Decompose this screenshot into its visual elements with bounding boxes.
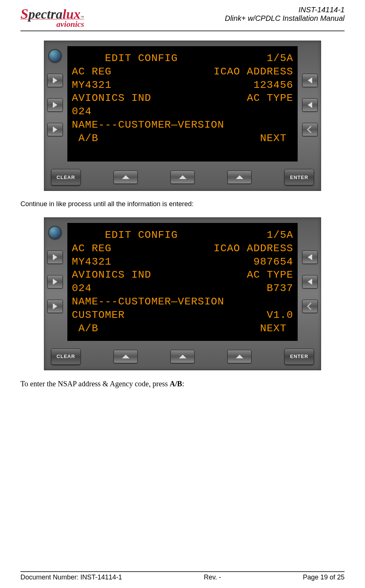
arrow-right-icon: [53, 102, 57, 108]
screen-title-right: 1/5A: [267, 229, 293, 242]
lsk-l1[interactable]: [47, 74, 63, 87]
arrow-right-icon: [53, 279, 57, 285]
screen-l5: NAME---CUSTOMER—VERSION: [72, 118, 293, 132]
screen-l3-left: AVIONICS IND: [72, 92, 151, 105]
arrow-right-icon: [53, 127, 57, 132]
screen-l7-right: NEXT: [260, 322, 293, 335]
text2-pre: To enter the NSAP address & Agency code,…: [20, 380, 170, 388]
logo: Spectralux™ avionics: [20, 6, 84, 29]
arrow-right-icon: [53, 77, 57, 83]
screen-l7-right: NEXT: [260, 132, 293, 145]
screen-l4-right: B737: [267, 282, 293, 295]
screen-l7-left: A/B: [72, 322, 98, 335]
lsk-r2[interactable]: [302, 275, 318, 288]
lsk-r3[interactable]: [302, 123, 318, 136]
header-right: INST-14114-1 Dlink+ w/CPDLC Installation…: [225, 6, 345, 23]
enter-button[interactable]: ENTER: [284, 169, 314, 185]
cdu-screen-1: EDIT CONFIG1/5A AC REGICAO ADDRESS MY432…: [67, 46, 298, 162]
screen-l1-right: ICAO ADDRESS: [214, 242, 293, 255]
lsk-r1[interactable]: [302, 74, 318, 87]
logo-avionics: avionics: [20, 19, 84, 29]
chevron-left-icon: [307, 303, 314, 310]
screen-l1-left: AC REG: [72, 242, 112, 255]
left-side-buttons: [44, 221, 66, 345]
doc-title: Dlink+ w/CPDLC Installation Manual: [225, 14, 345, 23]
lsk-l1[interactable]: [47, 250, 63, 264]
arrow-left-icon: [308, 279, 312, 285]
up-button-2[interactable]: [170, 170, 195, 184]
screen-l4-left: 024: [72, 105, 92, 118]
arrow-up-icon: [179, 175, 186, 179]
screen-title-left: EDIT CONFIG: [72, 229, 178, 242]
screen-title-right: 1/5A: [267, 52, 293, 65]
up-button-2[interactable]: [170, 350, 195, 363]
right-side-buttons: [299, 221, 321, 345]
chevron-left-icon: [307, 126, 314, 133]
arrow-up-icon: [122, 355, 129, 358]
screen-l2-left: MY4321: [72, 79, 112, 92]
bottom-buttons: CLEAR ENTER: [44, 166, 321, 191]
clear-button[interactable]: CLEAR: [51, 348, 81, 365]
doc-id: INST-14114-1: [225, 6, 345, 14]
body-text-2: To enter the NSAP address & Agency code,…: [20, 380, 345, 388]
arrow-up-icon: [122, 175, 129, 179]
lsk-r1[interactable]: [302, 250, 318, 264]
up-button-1[interactable]: [113, 350, 138, 363]
enter-button[interactable]: ENTER: [284, 348, 314, 365]
screen-l1-right: ICAO ADDRESS: [214, 65, 293, 79]
screen-l6-left: CUSTOMER: [72, 309, 125, 322]
arrow-right-icon: [53, 303, 57, 309]
text2-bold: A/B: [170, 380, 182, 388]
lsk-l3[interactable]: [47, 123, 63, 136]
screen-l5: NAME---CUSTOMER—VERSION: [72, 295, 293, 309]
screen-l2-right: 123456: [253, 79, 293, 92]
arrow-up-icon: [236, 175, 243, 179]
cdu-panel-1: EDIT CONFIG1/5A AC REGICAO ADDRESS MY432…: [44, 41, 321, 191]
up-button-3[interactable]: [227, 350, 252, 363]
up-button-3[interactable]: [227, 170, 252, 184]
left-side-buttons: [44, 45, 66, 166]
arrow-left-icon: [308, 102, 312, 108]
lsk-r3[interactable]: [302, 300, 318, 313]
right-side-buttons: [299, 45, 321, 166]
up-button-1[interactable]: [113, 170, 138, 184]
cdu-panel-2: EDIT CONFIG1/5A AC REGICAO ADDRESS MY432…: [44, 217, 321, 370]
screen-title-left: EDIT CONFIG: [72, 52, 178, 65]
screen-l4-left: 024: [72, 282, 92, 295]
power-button[interactable]: [48, 49, 62, 63]
power-button[interactable]: [48, 226, 62, 239]
clear-button[interactable]: CLEAR: [51, 169, 81, 185]
screen-l1-left: AC REG: [72, 65, 112, 79]
lsk-r2[interactable]: [302, 98, 318, 112]
screen-l2-right: 987654: [253, 255, 293, 269]
body-text-1: Continue in like process until all the i…: [20, 200, 345, 208]
page-header: Spectralux™ avionics INST-14114-1 Dlink+…: [20, 6, 345, 31]
screen-l3-right: AC TYPE: [247, 92, 293, 105]
lsk-l2[interactable]: [47, 275, 63, 288]
screen-l7-left: A/B: [72, 132, 98, 145]
text2-post: :: [182, 380, 184, 388]
screen-l2-left: MY4321: [72, 255, 112, 269]
arrow-right-icon: [53, 254, 57, 260]
lsk-l3[interactable]: [47, 300, 63, 313]
cdu-screen-2: EDIT CONFIG1/5A AC REGICAO ADDRESS MY432…: [67, 223, 298, 341]
screen-l6-right: V1.0: [267, 309, 293, 322]
arrow-left-icon: [308, 77, 312, 83]
arrow-up-icon: [236, 355, 243, 358]
arrow-left-icon: [308, 254, 312, 260]
lsk-l2[interactable]: [47, 98, 63, 112]
screen-l3-left: AVIONICS IND: [72, 268, 151, 282]
bottom-buttons: CLEAR ENTER: [44, 345, 321, 370]
arrow-up-icon: [179, 355, 186, 358]
screen-l3-right: AC TYPE: [247, 268, 293, 282]
spacer: [20, 397, 345, 539]
